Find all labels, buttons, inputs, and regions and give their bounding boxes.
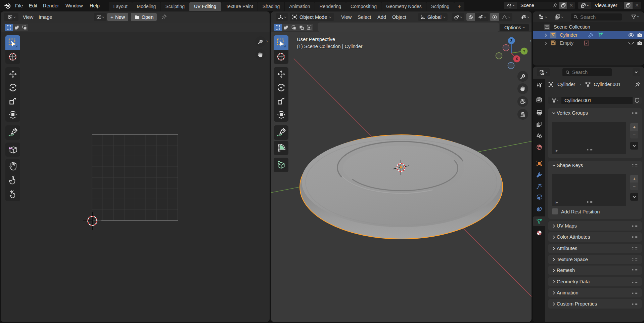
svg-text:X: X <box>516 57 518 61</box>
svg-text:Y: Y <box>523 49 525 53</box>
svg-text:Z: Z <box>510 39 512 43</box>
